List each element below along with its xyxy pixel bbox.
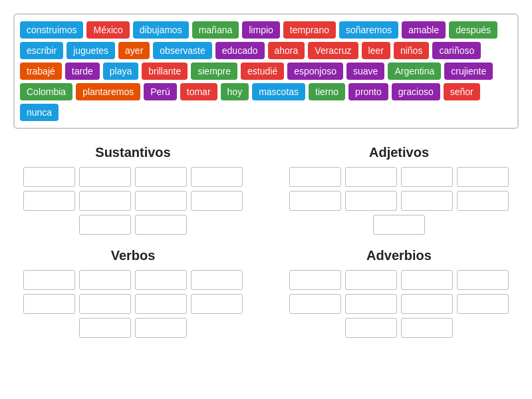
drop-cell[interactable] bbox=[289, 294, 341, 314]
word-chip[interactable]: tomar bbox=[180, 83, 217, 100]
word-chip[interactable]: ahora bbox=[268, 42, 305, 59]
drop-cell[interactable] bbox=[345, 270, 397, 290]
drop-cell[interactable] bbox=[457, 191, 509, 211]
drop-cell[interactable] bbox=[135, 191, 187, 211]
categories-grid: Sustantivos Adjetivos bbox=[13, 145, 519, 338]
verbos-section: Verbos bbox=[13, 248, 253, 338]
word-chip[interactable]: dibujamos bbox=[133, 21, 189, 39]
word-chip[interactable]: leer bbox=[362, 42, 390, 59]
word-chip[interactable]: México bbox=[86, 21, 129, 39]
verbos-title: Verbos bbox=[111, 248, 156, 263]
word-chip[interactable]: después bbox=[449, 21, 497, 39]
word-chip[interactable]: nunca bbox=[20, 104, 59, 121]
drop-cell[interactable] bbox=[345, 294, 397, 314]
word-chip[interactable]: mascotas bbox=[252, 83, 305, 100]
drop-cell[interactable] bbox=[135, 294, 187, 314]
drop-cell[interactable] bbox=[23, 270, 75, 290]
drop-cell[interactable] bbox=[401, 270, 453, 290]
sustantivos-row-1 bbox=[13, 167, 253, 187]
verbos-row-1 bbox=[13, 270, 253, 290]
drop-cell[interactable] bbox=[191, 167, 243, 187]
word-chip[interactable]: juguetes bbox=[66, 42, 115, 59]
drop-cell[interactable] bbox=[79, 270, 131, 290]
drop-cell[interactable] bbox=[191, 191, 243, 211]
word-chip[interactable]: plantaremos bbox=[76, 83, 140, 100]
word-chip[interactable]: trabajé bbox=[20, 63, 62, 80]
drop-cell[interactable] bbox=[23, 167, 75, 187]
adjetivos-row-3 bbox=[279, 215, 519, 235]
word-chip[interactable]: esponjoso bbox=[287, 63, 343, 80]
word-chip[interactable]: ayer bbox=[118, 42, 150, 59]
word-chip[interactable]: brillante bbox=[142, 63, 188, 80]
adverbios-drop-grid bbox=[279, 270, 519, 338]
word-chip[interactable]: construimos bbox=[20, 21, 83, 39]
word-bank: construimosMéxicodibujamosmañanalimpiote… bbox=[13, 13, 519, 129]
adverbios-row-2 bbox=[279, 294, 519, 314]
drop-cell[interactable] bbox=[373, 215, 425, 235]
word-chip[interactable]: siempre bbox=[191, 63, 237, 80]
drop-cell[interactable] bbox=[135, 215, 187, 235]
word-chip[interactable]: tierno bbox=[309, 83, 345, 100]
word-chip[interactable]: Veracruz bbox=[308, 42, 358, 59]
word-chip[interactable]: playa bbox=[103, 63, 138, 80]
sustantivos-title: Sustantivos bbox=[95, 145, 170, 160]
word-chip[interactable]: señor bbox=[444, 83, 480, 100]
adjetivos-title: Adjetivos bbox=[369, 145, 429, 160]
adverbios-title: Adverbios bbox=[366, 248, 432, 263]
sustantivos-row-2 bbox=[13, 191, 253, 211]
word-chip[interactable]: niños bbox=[394, 42, 429, 59]
adjetivos-section: Adjetivos bbox=[279, 145, 519, 235]
word-chip[interactable]: limpio bbox=[242, 21, 280, 39]
verbos-drop-grid bbox=[13, 270, 253, 338]
word-chip[interactable]: cariñoso bbox=[432, 42, 481, 59]
drop-cell[interactable] bbox=[191, 270, 243, 290]
word-chip[interactable]: escribir bbox=[20, 42, 63, 59]
drop-cell[interactable] bbox=[401, 318, 453, 338]
drop-cell[interactable] bbox=[79, 167, 131, 187]
word-chip[interactable]: Argentina bbox=[388, 63, 441, 80]
word-chip[interactable]: crujiente bbox=[444, 63, 493, 80]
adjetivos-row-2 bbox=[279, 191, 519, 211]
drop-cell[interactable] bbox=[401, 167, 453, 187]
verbos-row-3 bbox=[13, 318, 253, 338]
drop-cell[interactable] bbox=[345, 167, 397, 187]
drop-cell[interactable] bbox=[345, 191, 397, 211]
word-chip[interactable]: temprano bbox=[283, 21, 336, 39]
word-chip[interactable]: suave bbox=[346, 63, 384, 80]
drop-cell[interactable] bbox=[289, 191, 341, 211]
word-chip[interactable]: estudié bbox=[241, 63, 284, 80]
word-chip[interactable]: educado bbox=[215, 42, 265, 59]
drop-cell[interactable] bbox=[457, 270, 509, 290]
drop-cell[interactable] bbox=[457, 294, 509, 314]
drop-cell[interactable] bbox=[457, 167, 509, 187]
drop-cell[interactable] bbox=[23, 191, 75, 211]
sustantivos-drop-grid bbox=[13, 167, 253, 235]
word-chip[interactable]: observaste bbox=[153, 42, 211, 59]
word-chip[interactable]: amable bbox=[402, 21, 446, 39]
drop-cell[interactable] bbox=[135, 167, 187, 187]
word-chip[interactable]: tarde bbox=[65, 63, 100, 80]
drop-cell[interactable] bbox=[135, 270, 187, 290]
adverbios-section: Adverbios bbox=[279, 248, 519, 338]
drop-cell[interactable] bbox=[289, 167, 341, 187]
drop-cell[interactable] bbox=[79, 191, 131, 211]
word-chip[interactable]: soñaremos bbox=[339, 21, 398, 39]
word-chip[interactable]: Colombia bbox=[20, 83, 72, 100]
word-chip[interactable]: hoy bbox=[221, 83, 249, 100]
drop-cell[interactable] bbox=[79, 215, 131, 235]
word-chip[interactable]: pronto bbox=[348, 83, 388, 100]
drop-cell[interactable] bbox=[401, 191, 453, 211]
drop-cell[interactable] bbox=[289, 270, 341, 290]
drop-cell[interactable] bbox=[23, 294, 75, 314]
drop-cell[interactable] bbox=[79, 294, 131, 314]
drop-cell[interactable] bbox=[191, 294, 243, 314]
word-chip[interactable]: gracioso bbox=[392, 83, 440, 100]
sustantivos-section: Sustantivos bbox=[13, 145, 253, 235]
adjetivos-drop-grid bbox=[279, 167, 519, 235]
word-chip[interactable]: Perú bbox=[144, 83, 177, 100]
drop-cell[interactable] bbox=[135, 318, 187, 338]
drop-cell[interactable] bbox=[401, 294, 453, 314]
drop-cell[interactable] bbox=[345, 318, 397, 338]
word-chip[interactable]: mañana bbox=[192, 21, 239, 39]
drop-cell[interactable] bbox=[79, 318, 131, 338]
